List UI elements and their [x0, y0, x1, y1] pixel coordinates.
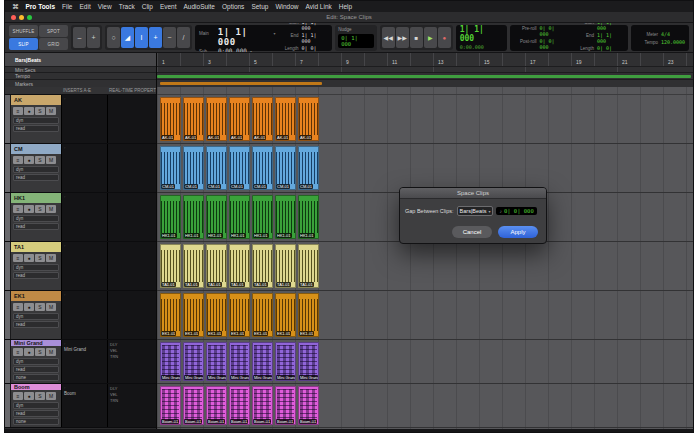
clip-timeline-area[interactable]: AK-01AK-01AK-01AK-01AK-01AK-01AK-01CM-01… [157, 87, 693, 429]
audio-clip[interactable]: CM-01 [229, 146, 250, 190]
midi-clip[interactable]: Mini Grand-01 [183, 342, 204, 381]
audio-clip[interactable]: HK1-01 [183, 195, 204, 239]
close-window-button[interactable] [11, 15, 16, 20]
menu-item-setup[interactable]: Setup [251, 3, 268, 10]
automation-mode-selector[interactable]: dyn [13, 117, 59, 124]
pre-roll-value[interactable]: 0| 0| 000 [539, 25, 566, 37]
mute-button[interactable]: M [46, 392, 56, 400]
audio-clip[interactable]: AK-01 [298, 97, 319, 141]
selection-end-value[interactable]: 1| 1| 000 [301, 32, 328, 44]
midi-clip[interactable]: Mini Grand-01 [206, 342, 227, 381]
menu-item-file[interactable]: File [62, 3, 72, 10]
audio-clip[interactable]: HK1-01 [252, 195, 273, 239]
nudge-value[interactable]: 0| 1| 000 [338, 34, 374, 48]
pencil-tool[interactable]: / [177, 27, 190, 48]
automation-read-selector[interactable]: read [13, 272, 59, 279]
audio-clip[interactable]: HK1-01 [229, 195, 250, 239]
audio-clip[interactable]: TA1-01 [229, 244, 250, 288]
menu-item-pro-tools[interactable]: Pro Tools [26, 3, 56, 10]
automation-mode-selector[interactable]: dyn [13, 264, 59, 271]
audio-clip[interactable]: HK1-01 [160, 195, 181, 239]
audio-clip[interactable]: CM-01 [160, 146, 181, 190]
zoom-out-button[interactable]: – [73, 27, 86, 48]
record-enable-button[interactable]: ● [24, 303, 34, 311]
midi-clip[interactable]: Boom-01 [206, 386, 227, 425]
menu-item-event[interactable]: Event [160, 3, 177, 10]
audio-clip[interactable]: CM-01 [183, 146, 204, 190]
menu-item-avid-link[interactable]: Avid Link [306, 3, 332, 10]
track-view-icon[interactable]: ≡ [13, 392, 23, 400]
meter-value[interactable]: 4/4 [661, 31, 670, 37]
solo-button[interactable]: S [35, 156, 45, 164]
menu-item-track[interactable]: Track [119, 3, 135, 10]
insert-plugin-name[interactable]: Mini Grand [64, 347, 105, 352]
solo-button[interactable]: S [35, 392, 45, 400]
track-view-icon[interactable]: ≡ [13, 348, 23, 356]
markers-ruler[interactable] [157, 80, 693, 87]
audio-clip[interactable]: TA1-01 [252, 244, 273, 288]
menu-item-audiosuite[interactable]: AudioSuite [184, 3, 215, 10]
midi-clip[interactable]: Boom-01 [183, 386, 204, 425]
transport-play-button[interactable]: ▶ [424, 27, 437, 48]
menu-item-view[interactable]: View [98, 3, 112, 10]
patch-select-button[interactable]: none [13, 374, 59, 381]
transport-main-counter[interactable]: 1| 1| 000 [460, 25, 503, 43]
audio-clip[interactable]: EK1-01 [252, 293, 273, 337]
automation-mode-selector[interactable]: dyn [13, 402, 59, 409]
ruler-lane-tempo[interactable]: Tempo [5, 73, 156, 80]
record-enable-button[interactable]: ● [24, 392, 34, 400]
automation-mode-selector[interactable]: dyn [13, 313, 59, 320]
zoomer-tool[interactable]: ○ [107, 27, 120, 48]
solo-button[interactable]: S [35, 348, 45, 356]
tempo-ruler[interactable] [157, 73, 693, 80]
midi-clip[interactable]: Mini Grand-01 [275, 342, 296, 381]
mute-button[interactable]: M [46, 303, 56, 311]
solo-button[interactable]: S [35, 107, 45, 115]
midi-clip[interactable]: Boom-01 [229, 386, 250, 425]
record-enable-button[interactable]: ● [24, 205, 34, 213]
menu-item-help[interactable]: Help [339, 3, 352, 10]
mute-button[interactable]: M [46, 107, 56, 115]
gap-units-dropdown[interactable]: Bars|Beats ▾ [457, 206, 494, 216]
track-name[interactable]: CM [11, 144, 61, 154]
insert-plugin-name[interactable]: Boom [64, 391, 105, 396]
midi-clip[interactable]: Boom-01 [298, 386, 319, 425]
mute-button[interactable]: M [46, 254, 56, 262]
solo-button[interactable]: S [35, 254, 45, 262]
record-enable-button[interactable]: ● [24, 254, 34, 262]
transport-rewind-button[interactable]: ◀◀ [382, 27, 395, 48]
automation-read-selector[interactable]: read [13, 125, 59, 132]
menu-item-window[interactable]: Window [275, 3, 298, 10]
apply-button[interactable]: Apply [498, 226, 538, 238]
edit-mode-spot[interactable]: SPOT [39, 25, 68, 37]
tempo-value[interactable]: 120.0000 [661, 39, 685, 45]
track-view-icon[interactable]: ≡ [13, 254, 23, 262]
track-name[interactable]: EK1 [11, 291, 61, 301]
track-name[interactable]: HK1 [11, 193, 61, 203]
mute-button[interactable]: M [46, 205, 56, 213]
mute-button[interactable]: M [46, 156, 56, 164]
audio-clip[interactable]: AK-01 [229, 97, 250, 141]
scrubber-tool[interactable]: ~ [163, 27, 176, 48]
ruler-lane-markers[interactable]: Markers [5, 80, 156, 87]
track-view-icon[interactable]: ≡ [13, 107, 23, 115]
gap-value-field[interactable]: ♪ 0| 0| 000 [496, 207, 536, 215]
audio-clip[interactable]: CM-01 [252, 146, 273, 190]
end-value[interactable]: 1| 1| 000 [597, 32, 624, 44]
cancel-button[interactable]: Cancel [452, 226, 492, 238]
track-view-icon[interactable]: ≡ [13, 303, 23, 311]
midi-clip[interactable]: Boom-01 [160, 386, 181, 425]
midi-clip[interactable]: Mini Grand-01 [252, 342, 273, 381]
edit-mode-grid[interactable]: GRID [39, 38, 68, 50]
solo-button[interactable]: S [35, 205, 45, 213]
audio-clip[interactable]: HK1-01 [275, 195, 296, 239]
audio-clip[interactable]: AK-01 [252, 97, 273, 141]
length-value[interactable]: 0| 0| 000 [597, 45, 624, 54]
trimmer-tool[interactable]: ◢ [121, 27, 134, 48]
midi-clip[interactable]: Boom-01 [252, 386, 273, 425]
audio-clip[interactable]: AK-01 [160, 97, 181, 141]
zoom-in-button[interactable]: + [87, 27, 100, 48]
track-name[interactable]: TA1 [11, 242, 61, 252]
track-view-icon[interactable]: ≡ [13, 156, 23, 164]
transport-sub-counter[interactable]: 0:00.000 [460, 44, 503, 50]
